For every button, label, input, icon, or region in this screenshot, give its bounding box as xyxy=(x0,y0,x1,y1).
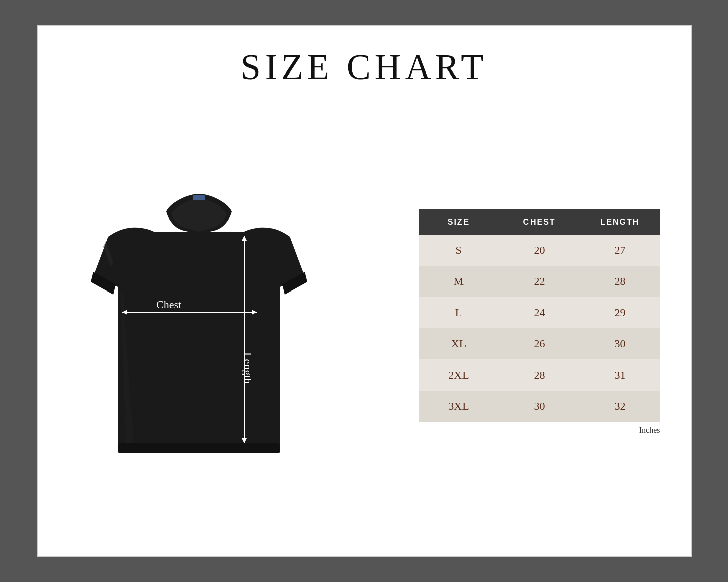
size-chart-card: SIZE CHART xyxy=(37,25,692,557)
col-header-size: SIZE xyxy=(419,209,499,235)
page-title: SIZE CHART xyxy=(241,46,488,88)
size-chart-table-section: SIZE CHEST LENGTH S2027M2228L2429XL26302… xyxy=(419,209,660,435)
cell-length: 31 xyxy=(580,359,660,391)
cell-size: L xyxy=(419,297,499,328)
cell-chest: 20 xyxy=(499,235,580,266)
table-row: 3XL3032 xyxy=(419,391,660,422)
table-row: L2429 xyxy=(419,297,660,328)
table-row: M2228 xyxy=(419,266,660,297)
table-row: XL2630 xyxy=(419,328,660,359)
svg-rect-0 xyxy=(118,443,280,453)
svg-rect-1 xyxy=(193,195,205,200)
table-header-row: SIZE CHEST LENGTH xyxy=(419,209,660,235)
size-table: SIZE CHEST LENGTH S2027M2228L2429XL26302… xyxy=(419,209,660,422)
content-row: Chest Length SIZE CHEST LENGTH xyxy=(68,108,660,536)
sweatshirt-illustration: Chest Length xyxy=(68,146,330,498)
cell-chest: 26 xyxy=(499,328,580,359)
cell-chest: 22 xyxy=(499,266,580,297)
cell-length: 27 xyxy=(580,235,660,266)
cell-size: 3XL xyxy=(419,391,499,422)
col-header-length: LENGTH xyxy=(580,209,660,235)
table-row: 2XL2831 xyxy=(419,359,660,391)
cell-length: 32 xyxy=(580,391,660,422)
cell-chest: 24 xyxy=(499,297,580,328)
svg-text:Chest: Chest xyxy=(156,298,181,311)
cell-size: M xyxy=(419,266,499,297)
cell-length: 28 xyxy=(580,266,660,297)
inches-label: Inches xyxy=(419,426,660,435)
table-row: S2027 xyxy=(419,235,660,266)
cell-chest: 30 xyxy=(499,391,580,422)
cell-size: S xyxy=(419,235,499,266)
svg-text:Length: Length xyxy=(242,352,254,384)
cell-size: XL xyxy=(419,328,499,359)
col-header-chest: CHEST xyxy=(499,209,580,235)
sweatshirt-svg: Chest Length xyxy=(78,161,320,483)
cell-size: 2XL xyxy=(419,359,499,391)
cell-length: 30 xyxy=(580,328,660,359)
cell-chest: 28 xyxy=(499,359,580,391)
cell-length: 29 xyxy=(580,297,660,328)
